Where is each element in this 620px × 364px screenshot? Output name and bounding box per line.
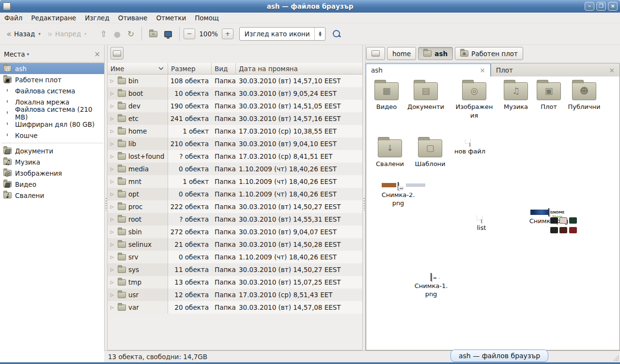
sidebar-item[interactable]: ▣ Работен плот	[0, 74, 104, 85]
breadcrumb-root[interactable]	[366, 47, 385, 60]
expander-icon[interactable]: ▷	[110, 267, 115, 272]
taskbar-window-button[interactable]: ash — файлов браузър	[450, 349, 548, 362]
sidebar-item[interactable]: Шифриран дял (80 GB)	[0, 119, 104, 130]
tab-close-icon[interactable]: ×	[604, 66, 615, 74]
zoom-out-button[interactable]: −	[184, 29, 195, 39]
table-row[interactable]: ▷ media 0 обекта Папка 1.10.2009 (чт) 18…	[108, 163, 362, 175]
table-row[interactable]: ▷ bin 108 обекта Папка 30.03.2010 (вт) 1…	[108, 75, 362, 87]
search-icon[interactable]	[332, 30, 341, 38]
table-row[interactable]: ▷ tmp 13 обекта Папка 30.03.2010 (вт) 15…	[108, 276, 362, 288]
pane-splitter-left[interactable]	[104, 45, 108, 350]
sidebar-item[interactable]: ↓ Свалени	[0, 190, 104, 201]
expander-icon[interactable]: ▷	[110, 204, 115, 209]
icon-item-music[interactable]: ♫ Музика	[497, 82, 534, 111]
menu-item[interactable]: Файл	[0, 13, 27, 23]
table-row[interactable]: ▷ etc 241 обекта Папка 30.03.2010 (вт) 1…	[108, 112, 362, 125]
icon-item-public[interactable]: ☻ Публични	[564, 82, 604, 111]
icon-item-snimka2[interactable]: GUADEC Снимка-2.png	[374, 182, 422, 208]
breadcrumb-ash[interactable]: ash	[418, 47, 453, 60]
reload-button[interactable]: ↻	[124, 27, 138, 41]
expander-icon[interactable]: ▷	[110, 116, 115, 121]
icon-item-templates[interactable]: ▢ Шаблони	[411, 139, 449, 168]
expander-icon[interactable]: ▷	[110, 141, 115, 146]
menu-item[interactable]: Помощ	[190, 13, 223, 23]
table-row[interactable]: ▷ proc 222 обекта Папка 30.03.2010 (вт) …	[108, 200, 362, 213]
table-row[interactable]: ▷ dev 190 обекта Папка 30.03.2010 (вт) 1…	[108, 100, 362, 112]
table-row[interactable]: ▷ var 20 обекта Папка 30.03.2010 (вт) 14…	[108, 301, 362, 314]
sidebar-item[interactable]: ♫ Музика	[0, 156, 104, 167]
close-sidebar-icon[interactable]: ×	[94, 50, 100, 59]
menu-item[interactable]: Отиване	[114, 13, 152, 23]
tab-ash[interactable]: ash ×	[366, 63, 491, 76]
sidebar-item[interactable]: Кошче	[0, 130, 104, 141]
expander-icon[interactable]: ▷	[110, 91, 115, 96]
icon-item-documents[interactable]: ▤ Документи	[405, 82, 447, 111]
zoom-in-button[interactable]: +	[222, 29, 233, 39]
places-title[interactable]: Места	[4, 50, 25, 58]
sidebar-item[interactable]: ▤ Документи	[0, 145, 104, 156]
sidebar-item[interactable]: ⌂ ash	[0, 63, 104, 74]
expander-icon[interactable]: ▷	[110, 217, 115, 222]
icon-item-snimka[interactable]: GNOME Store Снимка.png	[523, 208, 574, 225]
column-header-date[interactable]: Дата на промяна	[236, 63, 362, 74]
location-button[interactable]	[110, 47, 124, 60]
titlebar[interactable]: ash — файлов браузър – ❐ ×	[0, 0, 620, 13]
sidebar-item[interactable]: ▦ Видео	[0, 179, 104, 190]
expander-icon[interactable]: ▷	[110, 280, 115, 285]
tab-plot[interactable]: Плот ×	[491, 63, 620, 76]
table-row[interactable]: ▷ srv 0 обекта Папка 1.10.2009 (чт) 18,4…	[108, 251, 362, 263]
table-row[interactable]: ▷ mnt 1 обект Папка 1.10.2009 (чт) 18,40…	[108, 175, 362, 188]
icon-item-desktop[interactable]: ▣ Плот	[533, 82, 564, 111]
chevron-down-icon[interactable]: ▾	[27, 52, 30, 57]
expander-icon[interactable]: ▷	[110, 229, 115, 234]
menu-item[interactable]: Отметки	[152, 13, 190, 23]
expander-icon[interactable]: ▷	[110, 129, 115, 134]
column-header-size[interactable]: Размер	[168, 63, 212, 74]
table-row[interactable]: ▷ sbin 272 обекта Папка 30.03.2010 (вт) …	[108, 226, 362, 238]
menu-item[interactable]: Редактиране	[27, 13, 80, 23]
column-header-name[interactable]: Име	[108, 63, 168, 74]
expander-icon[interactable]: ▷	[110, 154, 115, 159]
forward-button[interactable]: » Напред ▾	[44, 28, 90, 40]
expander-icon[interactable]: ▷	[110, 292, 115, 297]
expander-icon[interactable]: ▷	[110, 179, 115, 184]
stop-button[interactable]: ●	[110, 27, 124, 41]
up-button[interactable]: ⇧	[97, 27, 110, 41]
table-row[interactable]: ▷ sys 11 обекта Папка 30.03.2010 (вт) 14…	[108, 263, 362, 276]
tab-close-icon[interactable]: ×	[475, 66, 485, 74]
expander-icon[interactable]: ▷	[110, 78, 115, 83]
icon-item-downloads[interactable]: ↓ Свалени	[372, 139, 408, 168]
pane-splitter-right[interactable]	[362, 45, 366, 350]
icon-item-snimka1[interactable]: Снимка-1.png	[406, 273, 456, 299]
view-mode-select[interactable]: Изглед като икони ▲▼	[239, 27, 326, 41]
expander-icon[interactable]: ▷	[110, 255, 115, 259]
sidebar-item[interactable]: Файлова система	[0, 85, 104, 96]
expander-icon[interactable]: ▷	[110, 192, 115, 197]
breadcrumb-desktop[interactable]: ▣ Работен плот	[455, 47, 523, 60]
table-row[interactable]: ▷ home 1 обект Папка 17.03.2010 (ср) 10,…	[108, 125, 362, 137]
column-header-kind[interactable]: Вид	[212, 63, 236, 74]
table-row[interactable]: ▷ boot 10 обекта Папка 30.03.2010 (вт) 9…	[108, 87, 362, 100]
back-history-chevron-icon[interactable]: ▾	[38, 31, 41, 36]
resize-grip[interactable]	[613, 355, 619, 361]
icon-item-video[interactable]: ▦ Видео	[368, 82, 405, 111]
back-button[interactable]: « Назад ▾	[3, 28, 44, 40]
table-row[interactable]: ▷ lib 210 обекта Папка 30.03.2010 (вт) 9…	[108, 137, 362, 150]
icon-item-list[interactable]: list	[467, 215, 496, 232]
table-row[interactable]: ▷ opt 0 обекта Папка 1.10.2009 (чт) 18,4…	[108, 188, 362, 200]
table-row[interactable]: ▷ selinux 21 обекта Папка 30.03.2010 (вт…	[108, 238, 362, 251]
sidebar-item[interactable]: ◎ Изображения	[0, 167, 104, 179]
menu-item[interactable]: Изглед	[80, 13, 114, 23]
table-row[interactable]: ▷ root ? обекта Папка 30.03.2010 (вт) 14…	[108, 213, 362, 226]
table-row[interactable]: ▷ usr 12 обекта Папка 17.03.2010 (ср) 8,…	[108, 288, 362, 301]
computer-button[interactable]	[161, 29, 175, 40]
expander-icon[interactable]: ▷	[110, 305, 115, 310]
icon-item-newfile[interactable]: нов файл	[450, 138, 490, 155]
icon-view[interactable]: ▦ Видео ▤ Документи ◎ Изображения ♫ Музи…	[366, 76, 620, 350]
home-button[interactable]: ⌂	[146, 29, 161, 40]
sidebar-item[interactable]: Файлова система (210 MB)	[0, 107, 104, 119]
breadcrumb-home[interactable]: home	[387, 47, 416, 60]
expander-icon[interactable]: ▷	[110, 104, 115, 108]
icon-item-pictures[interactable]: ◎ Изображения	[452, 82, 496, 120]
expander-icon[interactable]: ▷	[110, 242, 115, 247]
